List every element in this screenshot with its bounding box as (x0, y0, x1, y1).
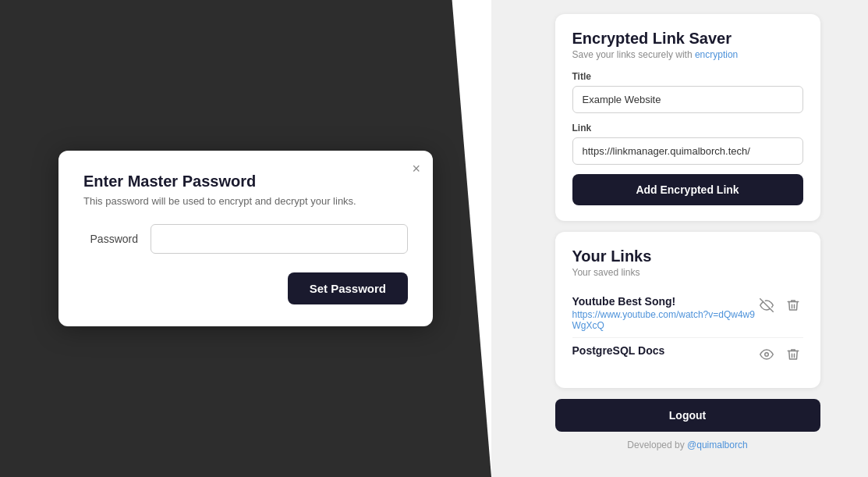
eye-slash-icon[interactable] (756, 297, 777, 317)
svg-point-1 (764, 353, 768, 357)
link-item-url-1: https://www.youtube.com/watch?v=dQw4w9Wg… (572, 309, 756, 331)
link-item-row-2: PostgreSQL Docs (572, 344, 803, 366)
password-field-row: Password (83, 224, 408, 254)
password-input[interactable] (151, 224, 408, 254)
your-links-card: Your Links Your saved links Youtube Best… (555, 232, 820, 388)
link-input[interactable] (572, 137, 803, 165)
right-panel: Encrypted Link Saver Save your links sec… (491, 0, 868, 477)
add-card-title: Encrypted Link Saver (572, 30, 803, 48)
trash-icon[interactable] (783, 346, 803, 366)
list-item: PostgreSQL Docs (572, 338, 803, 372)
link-item-actions-2 (756, 346, 803, 366)
footer-text: Developed by (627, 440, 684, 450)
set-password-button[interactable]: Set Password (288, 272, 408, 304)
master-password-modal: × Enter Master Password This password wi… (58, 151, 433, 326)
link-field-label: Link (572, 123, 803, 133)
add-link-card: Encrypted Link Saver Save your links sec… (555, 14, 820, 221)
footer-link[interactable]: @quimalborch (687, 440, 748, 450)
add-card-subtitle: Save your links securely with encryption (572, 49, 803, 60)
link-item-content-1: Youtube Best Song! https://www.youtube.c… (572, 295, 756, 331)
trash-icon[interactable] (783, 297, 803, 317)
eye-icon[interactable] (756, 346, 777, 366)
modal-title: Enter Master Password (83, 173, 408, 190)
modal-subtitle: This password will be used to encrypt an… (83, 195, 408, 207)
password-label: Password (83, 233, 138, 245)
list-item: Youtube Best Song! https://www.youtube.c… (572, 289, 803, 338)
link-item-content-2: PostgreSQL Docs (572, 344, 756, 358)
modal-close-button[interactable]: × (412, 162, 420, 176)
links-title: Your Links (572, 247, 803, 265)
link-item-name-2: PostgreSQL Docs (572, 344, 756, 357)
footer: Developed by @quimalborch (627, 440, 747, 450)
left-panel: × Enter Master Password This password wi… (0, 0, 491, 477)
link-item-actions-1 (756, 297, 803, 317)
title-field-label: Title (572, 71, 803, 82)
title-input[interactable] (572, 86, 803, 113)
logout-button[interactable]: Logout (555, 399, 820, 432)
links-subtitle: Your saved links (572, 267, 803, 278)
link-item-name-1: Youtube Best Song! (572, 295, 756, 308)
add-encrypted-link-button[interactable]: Add Encrypted Link (572, 174, 803, 205)
link-item-row-1: Youtube Best Song! https://www.youtube.c… (572, 295, 803, 331)
modal-actions: Set Password (83, 272, 408, 304)
